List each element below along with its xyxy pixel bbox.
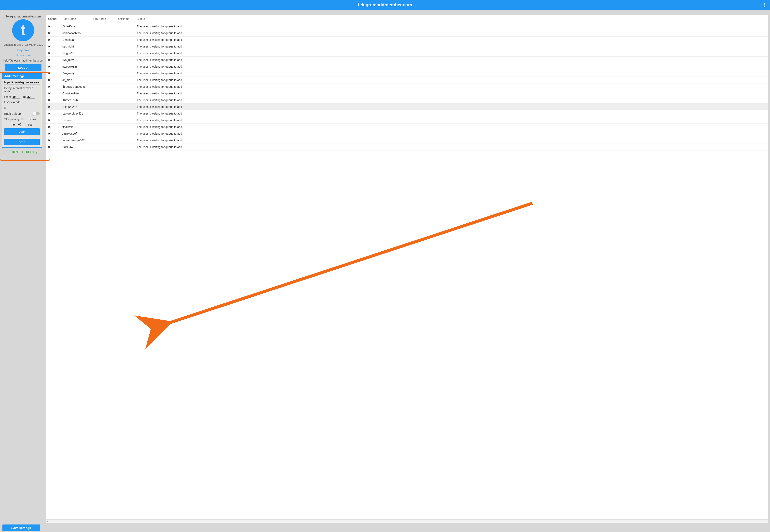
cell-status: The user is waiting for queue to add	[135, 90, 768, 97]
runs-label: Runs	[29, 118, 36, 121]
cell-fn	[91, 30, 114, 36]
cell-fn	[91, 23, 114, 30]
cell-ln	[114, 70, 135, 77]
logo-icon: t	[12, 19, 34, 41]
cell-status: The user is waiting for queue to add	[135, 30, 768, 36]
to-label: To	[23, 95, 26, 98]
cell-fn	[91, 57, 114, 63]
cell-user: Amiryusooff	[60, 130, 91, 137]
users-to-add-input[interactable]	[4, 106, 40, 110]
cell-user: Lawyerofdevil61	[60, 110, 91, 117]
col-userid[interactable]: UserId	[46, 15, 60, 23]
table-row[interactable]: 0Lawyerofdevil61The user is waiting for …	[46, 110, 768, 117]
cell-user: AidarKazan	[60, 23, 91, 30]
cell-user: Ahmed19765	[60, 97, 91, 103]
table-row[interactable]: 0rs19944The user is waiting for queue to…	[46, 144, 768, 150]
table-row[interactable]: 0Ahmed19765The user is waiting for queue…	[46, 97, 768, 104]
group-url-input[interactable]	[4, 80, 40, 84]
cell-ln	[114, 57, 135, 63]
support-email: help@telegramaddmember.com	[3, 59, 43, 62]
col-username[interactable]: UserName	[60, 15, 91, 23]
for-label: For	[11, 123, 16, 126]
col-status[interactable]: Status	[135, 15, 768, 23]
cell-user: finalwolf	[60, 124, 91, 130]
sidebar: Telegramaddmember.com t Updated to 3.5.2…	[2, 15, 45, 523]
col-lastname[interactable]: LastName	[114, 15, 135, 23]
cell-id: 0	[46, 97, 60, 103]
sleep-for-input[interactable]	[18, 123, 25, 126]
cell-status: The user is waiting for queue to add	[135, 63, 768, 70]
cell-user: Tsing00237	[60, 104, 91, 110]
save-settings-button[interactable]: Save settings	[2, 524, 40, 531]
users-to-add-label: Users to add	[4, 101, 40, 104]
cell-fn	[91, 124, 114, 130]
table-row[interactable]: 0LuisIonThe user is waiting for queue to…	[46, 117, 768, 124]
sleep-every-label: Sleep every	[4, 118, 19, 121]
cell-status: The user is waiting for queue to add	[135, 137, 768, 144]
cell-ln	[114, 97, 135, 103]
table-row[interactable]: 0ilya_mdvThe user is waiting for queue t…	[46, 57, 768, 63]
app-title: telegramaddmember.com	[358, 2, 412, 8]
timer-status: Timer is running	[2, 149, 44, 154]
table-row[interactable]: 0AmiryusooffThe user is waiting for queu…	[46, 130, 768, 137]
cell-fn	[91, 110, 114, 117]
cell-id: 0	[46, 130, 60, 137]
logout-button[interactable]: Logout	[5, 64, 41, 71]
delay-to-input[interactable]	[27, 95, 35, 98]
table-row[interactable]: 0AidarKazanThe user is waiting for queue…	[46, 23, 768, 30]
cell-fn	[91, 104, 114, 110]
table-row[interactable]: 0threeDesignbootsThe user is waiting for…	[46, 83, 768, 90]
table-row[interactable]: 0Tsing00237The user is waiting for queue…	[46, 104, 768, 110]
cell-status: The user is waiting for queue to add	[135, 124, 768, 130]
cell-ln	[114, 137, 135, 144]
col-firstname[interactable]: FirstName	[91, 15, 114, 23]
menu-kebab-icon[interactable]	[762, 1, 767, 9]
cell-fn	[91, 83, 114, 90]
cell-id: 0	[46, 117, 60, 123]
table-row[interactable]: 0ChacaaanThe user is waiting for queue t…	[46, 37, 768, 43]
cell-id: 0	[46, 77, 60, 83]
cell-status: The user is waiting for queue to add	[135, 104, 768, 110]
cell-ln	[114, 90, 135, 97]
cell-user: ar_mac	[60, 77, 91, 83]
table-row[interactable]: 0finalwolfThe user is waiting for queue …	[46, 124, 768, 130]
enable-sleep-toggle[interactable]	[33, 112, 40, 115]
cell-fn	[91, 117, 114, 123]
delay-label: Delay Interval between adds	[4, 87, 40, 93]
table-body[interactable]: 0AidarKazanThe user is waiting for queue…	[46, 23, 768, 519]
table-row[interactable]: 0cashrich8The user is waiting for queue …	[46, 43, 768, 50]
table-row[interactable]: 0muratturkoglu067The user is waiting for…	[46, 137, 768, 144]
buy-link[interactable]: Buy now	[17, 48, 29, 52]
table-row[interactable]: 0gwogwo888The user is waiting for queue …	[46, 63, 768, 70]
stop-button[interactable]: Stop	[4, 139, 40, 145]
version-text: Updated to 3.5.2 / 16 March 2021	[3, 43, 43, 46]
howto-link[interactable]: How to use	[15, 53, 31, 57]
table-row[interactable]: 0idogan18The user is waiting for queue t…	[46, 50, 768, 57]
cell-ln	[114, 83, 135, 90]
cell-status: The user is waiting for queue to add	[135, 110, 768, 117]
start-button[interactable]: Start	[4, 128, 40, 135]
cell-id: 0	[46, 50, 60, 56]
table-row[interactable]: 0uchihaitachi95The user is waiting for q…	[46, 30, 768, 37]
scroll-left-icon[interactable]: ◄	[46, 520, 49, 523]
cell-ln	[114, 117, 135, 123]
user-table: UserId UserName FirstName LastName Statu…	[46, 15, 768, 523]
cell-user: Ernynany	[60, 70, 91, 77]
cell-id: 0	[46, 23, 60, 30]
cell-user: ilya_mdv	[60, 57, 91, 63]
cell-id: 0	[46, 124, 60, 130]
delay-from-input[interactable]	[12, 95, 20, 98]
enable-sleep-label: Enable sleep	[4, 112, 21, 115]
cell-id: 0	[46, 104, 60, 110]
table-row[interactable]: 0ChristianFrischThe user is waiting for …	[46, 90, 768, 97]
cell-ln	[114, 37, 135, 43]
sleep-every-input[interactable]	[21, 117, 28, 121]
cell-user: LuisIon	[60, 117, 91, 123]
cell-user: Chacaaan	[60, 37, 91, 43]
cell-ln	[114, 130, 135, 137]
cell-user: muratturkoglu067	[60, 137, 91, 144]
horizontal-scrollbar[interactable]: ◄	[46, 519, 768, 523]
table-row[interactable]: 0ar_macThe user is waiting for queue to …	[46, 77, 768, 83]
table-row[interactable]: 0ErnynanyThe user is waiting for queue t…	[46, 70, 768, 77]
cell-user: cashrich8	[60, 43, 91, 50]
